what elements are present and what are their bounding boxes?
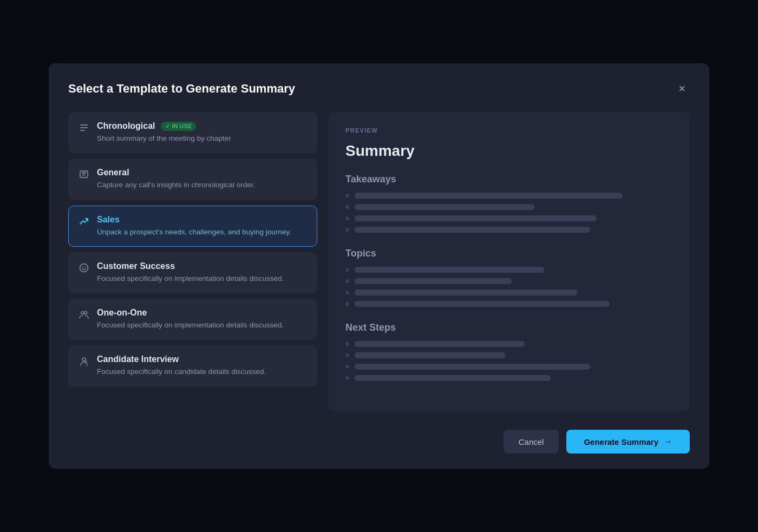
skeleton-bar (355, 267, 544, 273)
template-desc-customer-success: Focused specifically on implementation d… (97, 274, 284, 283)
modal-title: Select a Template to Generate Summary (68, 82, 295, 96)
skeleton-row (345, 364, 672, 370)
skeleton-bar (355, 227, 590, 233)
skeleton-dot (345, 205, 349, 209)
modal-overlay: Select a Template to Generate Summary × … (0, 0, 758, 532)
template-icon-one-on-one (79, 309, 89, 323)
template-icon-chronological (79, 122, 89, 136)
template-desc-chronological: Short summary of the meeting by chapter (97, 134, 231, 142)
skeleton-dot (345, 194, 349, 198)
cancel-button[interactable]: Cancel (504, 430, 559, 454)
modal-header: Select a Template to Generate Summary × (68, 81, 690, 97)
template-content-general: General Capture any call's insights in c… (97, 168, 307, 191)
svg-point-10 (84, 312, 87, 314)
skeleton-dot (345, 216, 349, 220)
skeleton-dot (345, 353, 349, 357)
skeleton-dot (345, 279, 349, 283)
svg-point-9 (81, 312, 84, 314)
template-icon-general (79, 169, 89, 182)
skeleton-row (345, 301, 672, 307)
template-content-candidate-interview: Candidate Interview Focused specifically… (97, 354, 307, 377)
generate-summary-button[interactable]: Generate Summary → (566, 430, 690, 454)
in-use-badge: ✓IN USE (161, 122, 197, 131)
skeleton-bar (355, 215, 597, 221)
template-icon-customer-success (79, 262, 89, 276)
svg-point-6 (80, 264, 88, 272)
skeleton-dot (345, 228, 349, 232)
preview-section-title-1: Topics (345, 248, 672, 259)
template-item-general[interactable]: General Capture any call's insights in c… (68, 159, 317, 200)
template-item-one-on-one[interactable]: One-on-One Focused specifically on imple… (68, 299, 317, 340)
skeleton-row (345, 215, 672, 221)
skeleton-bar (355, 352, 505, 358)
skeleton-bar (355, 301, 610, 307)
template-list: Chronological ✓IN USE Short summary of t… (68, 112, 317, 411)
skeleton-dot (345, 365, 349, 369)
svg-point-8 (85, 266, 86, 267)
skeleton-bar (355, 204, 534, 210)
template-item-chronological[interactable]: Chronological ✓IN USE Short summary of t… (68, 112, 317, 153)
template-content-one-on-one: One-on-One Focused specifically on imple… (97, 308, 307, 331)
skeleton-row (345, 267, 672, 273)
preview-section-title-0: Takeaways (345, 174, 672, 185)
skeleton-bar (355, 375, 551, 381)
skeleton-row (345, 290, 672, 295)
preview-section-0: Takeaways (345, 174, 672, 233)
template-desc-general: Capture any call's insights in chronolog… (97, 181, 255, 189)
template-desc-candidate-interview: Focused specifically on candidate detail… (97, 367, 266, 376)
skeleton-row (345, 204, 672, 210)
skeleton-bar (355, 290, 577, 295)
template-content-customer-success: Customer Success Focused specifically on… (97, 261, 307, 284)
skeleton-dot (345, 376, 349, 380)
template-content-chronological: Chronological ✓IN USE Short summary of t… (97, 121, 307, 144)
arrow-icon: → (664, 437, 672, 446)
badge-check-icon: ✓ (165, 123, 170, 130)
template-name-candidate-interview: Candidate Interview (97, 354, 179, 364)
modal-footer: Cancel Generate Summary → (68, 424, 690, 454)
template-item-candidate-interview[interactable]: Candidate Interview Focused specifically… (68, 345, 317, 386)
skeleton-bar (355, 278, 512, 284)
skeleton-dot (345, 342, 349, 346)
skeleton-row (345, 193, 672, 199)
skeleton-row (345, 341, 672, 347)
svg-point-7 (82, 266, 83, 267)
modal-body: Chronological ✓IN USE Short summary of t… (68, 112, 690, 411)
skeleton-dot (345, 302, 349, 306)
preview-title: Summary (345, 142, 672, 160)
generate-label: Generate Summary (584, 437, 658, 446)
template-name-sales: Sales (97, 215, 120, 225)
template-item-sales[interactable]: Sales Unpack a prospect's needs, challen… (68, 206, 317, 247)
in-use-text: IN USE (172, 123, 192, 129)
preview-section-1: Topics (345, 248, 672, 307)
skeleton-row (345, 375, 672, 381)
template-content-sales: Sales Unpack a prospect's needs, challen… (97, 215, 307, 238)
preview-label: PREVIEW (345, 127, 672, 134)
template-name-chronological: Chronological (97, 121, 155, 131)
skeleton-dot (345, 291, 349, 294)
template-icon-candidate-interview (79, 356, 89, 369)
preview-panel: PREVIEW Summary Takeaways Topics N (328, 112, 690, 411)
modal: Select a Template to Generate Summary × … (49, 63, 709, 469)
template-name-one-on-one: One-on-One (97, 308, 147, 318)
template-icon-sales (79, 216, 89, 229)
skeleton-bar (355, 341, 525, 347)
svg-point-11 (82, 358, 86, 361)
template-name-customer-success: Customer Success (97, 261, 175, 271)
preview-sections: Takeaways Topics Next Steps (345, 174, 672, 381)
preview-section-2: Next Steps (345, 322, 672, 381)
skeleton-row (345, 278, 672, 284)
template-desc-one-on-one: Focused specifically on implementation d… (97, 321, 284, 329)
svg-rect-3 (80, 171, 88, 178)
template-name-general: General (97, 168, 129, 178)
close-button[interactable]: × (674, 81, 690, 97)
preview-section-title-2: Next Steps (345, 322, 672, 333)
skeleton-bar (355, 364, 590, 370)
skeleton-row (345, 227, 672, 233)
skeleton-row (345, 352, 672, 358)
template-item-customer-success[interactable]: Customer Success Focused specifically on… (68, 252, 317, 293)
skeleton-dot (345, 268, 349, 272)
skeleton-bar (355, 193, 623, 199)
template-desc-sales: Unpack a prospect's needs, challenges, a… (97, 228, 291, 236)
